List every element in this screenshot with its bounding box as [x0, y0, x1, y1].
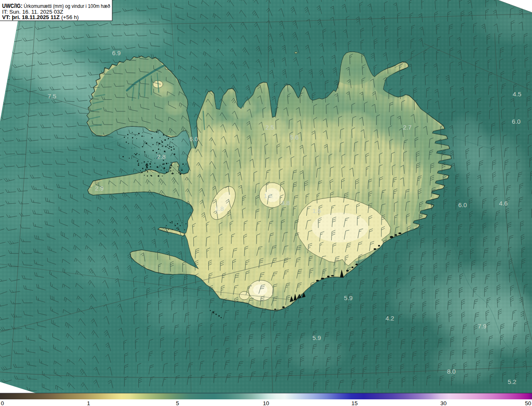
svg-text:6.0: 6.0 [458, 201, 467, 208]
svg-text:6.9: 6.9 [112, 49, 121, 56]
svg-text:2.7: 2.7 [403, 124, 412, 131]
svg-text:7.5: 7.5 [48, 93, 57, 100]
svg-text:5: 5 [176, 400, 179, 406]
svg-text:5.2: 5.2 [508, 378, 517, 385]
svg-text:4.2: 4.2 [386, 315, 394, 322]
svg-text:6.0: 6.0 [512, 118, 521, 125]
svg-text:1.6: 1.6 [313, 207, 321, 214]
svg-text:1.8: 1.8 [215, 205, 224, 212]
svg-text:1.6: 1.6 [264, 192, 273, 199]
svg-text:7.9: 7.9 [478, 323, 487, 330]
svg-text:30: 30 [440, 400, 446, 406]
svg-text:3.8: 3.8 [281, 199, 290, 206]
svg-text:8.0: 8.0 [447, 368, 456, 375]
svg-text:VT: þri. 18.11.2025 11Z (+56 h: VT: þri. 18.11.2025 11Z (+56 h) [2, 14, 79, 20]
svg-text:1: 1 [87, 400, 90, 406]
svg-text:6.0: 6.0 [190, 135, 198, 142]
svg-text:4.6: 4.6 [499, 200, 508, 207]
svg-text:10: 10 [263, 400, 269, 406]
svg-text:0: 0 [1, 400, 4, 406]
svg-text:2.5: 2.5 [266, 124, 274, 131]
svg-text:5.9: 5.9 [313, 334, 321, 341]
svg-text:2.8: 2.8 [157, 153, 166, 160]
svg-text:5.6: 5.6 [290, 134, 299, 141]
svg-text:50: 50 [525, 400, 531, 406]
svg-text:15: 15 [351, 400, 357, 406]
svg-text:4.5: 4.5 [513, 90, 522, 98]
svg-text:UWC/IG: Úrkomumætti (mm) og vi: UWC/IG: Úrkomumætti (mm) og vindur i 100… [2, 2, 110, 9]
svg-text:5.9: 5.9 [344, 294, 353, 301]
svg-text:2.9: 2.9 [95, 185, 104, 192]
